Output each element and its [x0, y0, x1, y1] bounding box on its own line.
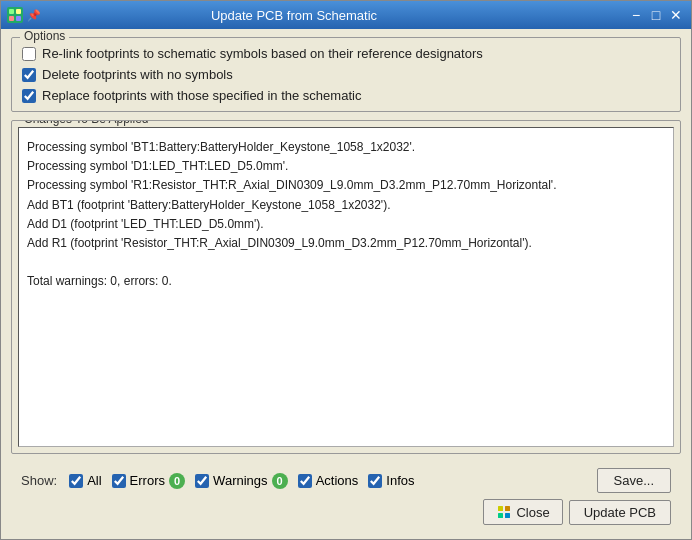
relink-row: Re-link footprints to schematic symbols … — [22, 46, 670, 61]
main-window: 📌 Update PCB from Schematic − □ ✕ Option… — [0, 0, 692, 540]
show-and-save-row: Show: All Errors 0 Warnings 0 — [21, 468, 671, 493]
delete-label[interactable]: Delete footprints with no symbols — [42, 67, 233, 82]
show-label: Show: — [21, 473, 57, 488]
filter-errors: Errors 0 — [112, 473, 186, 489]
actions-label[interactable]: Actions — [316, 473, 359, 488]
update-pcb-button[interactable]: Update PCB — [569, 500, 671, 525]
window-controls: − □ ✕ — [627, 6, 685, 24]
pin-icon: 📌 — [27, 9, 41, 22]
errors-badge: 0 — [169, 473, 185, 489]
svg-rect-7 — [505, 513, 510, 518]
show-filters-area: Show: All Errors 0 Warnings 0 — [21, 473, 597, 489]
minimize-button[interactable]: − — [627, 6, 645, 24]
filter-infos: Infos — [368, 473, 414, 488]
titlebar-left: 📌 — [7, 7, 41, 23]
filter-warnings: Warnings 0 — [195, 473, 288, 489]
change-line-4: Add BT1 (footprint 'Battery:BatteryHolde… — [27, 196, 665, 215]
filter-actions: Actions — [298, 473, 359, 488]
svg-rect-4 — [498, 506, 503, 511]
titlebar: 📌 Update PCB from Schematic − □ ✕ — [1, 1, 691, 29]
content-area: Options Re-link footprints to schematic … — [1, 29, 691, 539]
svg-rect-6 — [498, 513, 503, 518]
warnings-label[interactable]: Warnings — [213, 473, 267, 488]
pcb-close-icon — [496, 504, 512, 520]
change-summary: Total warnings: 0, errors: 0. — [27, 272, 665, 291]
change-line-1: Processing symbol 'BT1:Battery:BatteryHo… — [27, 138, 665, 157]
infos-label[interactable]: Infos — [386, 473, 414, 488]
change-line-2: Processing symbol 'D1:LED_THT:LED_D5.0mm… — [27, 157, 665, 176]
close-button[interactable]: Close — [483, 499, 562, 525]
maximize-button[interactable]: □ — [647, 6, 665, 24]
svg-rect-3 — [16, 16, 21, 21]
errors-checkbox[interactable] — [112, 474, 126, 488]
infos-checkbox[interactable] — [368, 474, 382, 488]
relink-label[interactable]: Re-link footprints to schematic symbols … — [42, 46, 483, 61]
svg-rect-0 — [9, 9, 14, 14]
change-line-6: Add R1 (footprint 'Resistor_THT:R_Axial_… — [27, 234, 665, 253]
options-group: Options Re-link footprints to schematic … — [11, 37, 681, 112]
actions-checkbox[interactable] — [298, 474, 312, 488]
replace-row: Replace footprints with those specified … — [22, 88, 670, 103]
change-line-3: Processing symbol 'R1:Resistor_THT:R_Axi… — [27, 176, 665, 195]
close-window-button[interactable]: ✕ — [667, 6, 685, 24]
bottom-bar: Show: All Errors 0 Warnings 0 — [11, 462, 681, 531]
options-label: Options — [20, 29, 69, 43]
delete-checkbox[interactable] — [22, 68, 36, 82]
changes-label: Changes To Be Applied — [20, 120, 153, 126]
delete-row: Delete footprints with no symbols — [22, 67, 670, 82]
svg-rect-1 — [16, 9, 21, 14]
relink-checkbox[interactable] — [22, 47, 36, 61]
warnings-checkbox[interactable] — [195, 474, 209, 488]
window-title: Update PCB from Schematic — [41, 8, 547, 23]
save-button[interactable]: Save... — [597, 468, 671, 493]
change-line-5: Add D1 (footprint 'LED_THT:LED_D5.0mm'). — [27, 215, 665, 234]
change-spacer — [27, 253, 665, 272]
warnings-badge: 0 — [272, 473, 288, 489]
replace-checkbox[interactable] — [22, 89, 36, 103]
filter-all: All — [69, 473, 101, 488]
errors-label[interactable]: Errors — [130, 473, 165, 488]
changes-content[interactable]: Processing symbol 'BT1:Battery:BatteryHo… — [18, 127, 674, 447]
action-buttons-row: Close Update PCB — [21, 499, 671, 525]
app-icon — [7, 7, 23, 23]
svg-rect-5 — [505, 506, 510, 511]
all-checkbox[interactable] — [69, 474, 83, 488]
changes-group: Changes To Be Applied Processing symbol … — [11, 120, 681, 454]
svg-rect-2 — [9, 16, 14, 21]
all-label[interactable]: All — [87, 473, 101, 488]
replace-label[interactable]: Replace footprints with those specified … — [42, 88, 361, 103]
